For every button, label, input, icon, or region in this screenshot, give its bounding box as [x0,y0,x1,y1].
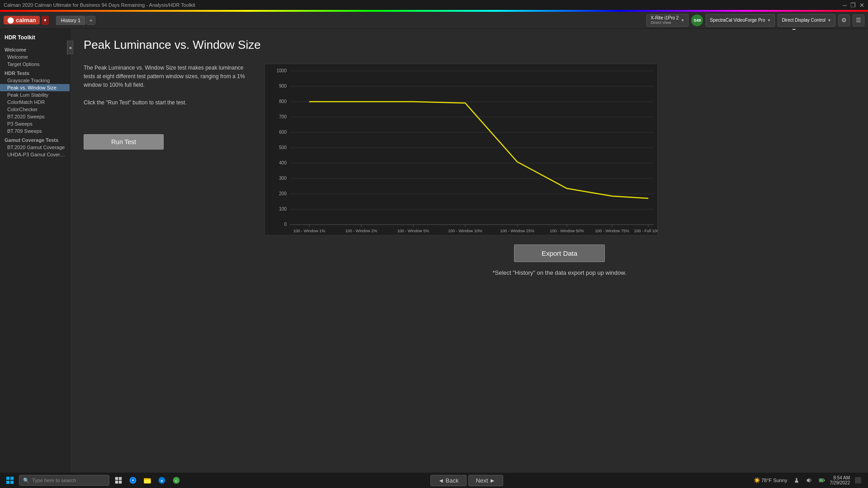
device1-button[interactable]: X-Rite i1Pro 2 Direct View ▼ [646,14,689,27]
sidebar-toggle[interactable]: ◄ [67,41,73,54]
edge-button[interactable]: e [156,475,167,486]
sidebar-item-uhda-p3-gamut[interactable]: UHDA-P3 Gamut Coverage [0,151,70,158]
svg-text:200: 200 [279,191,287,196]
svg-text:100 - Window 25%: 100 - Window 25% [500,229,534,233]
svg-text:700: 700 [279,114,287,119]
svg-text:500: 500 [279,145,287,150]
cortana-button[interactable] [127,475,138,486]
weather-widget[interactable]: ☀️ 78°F Sunny [752,475,789,486]
sidebar-item-bt709-sweeps[interactable]: BT.709 Sweeps [0,127,70,135]
svg-text:0: 0 [284,222,287,227]
svg-text:100 - Full  100%: 100 - Full 100% [634,229,658,233]
device1-sub: Direct View [651,20,679,25]
app5-button[interactable]: C [171,475,182,486]
history-tab[interactable]: History 1 [56,16,85,25]
current-reading-label: Current Reading: [730,29,799,30]
file-explorer-icon [143,476,151,484]
back-button[interactable]: ◄ Back [430,475,466,486]
sidebar-item-target-options[interactable]: Target Options [0,61,70,68]
task-view-icon [115,477,122,484]
export-data-button[interactable]: Export Data [514,244,605,262]
svg-rect-38 [6,477,9,480]
sidebar-item-colorchecker[interactable]: ColorChecker [0,106,70,113]
battery-icon[interactable] [816,475,827,486]
svg-point-58 [796,478,797,480]
sidebar-section-gamut: Gamut Coverage Tests [0,135,70,144]
svg-rect-45 [119,481,122,483]
taskbar-left: 🔍 Type here to search [5,475,182,486]
chart-grid: 1000 900 800 700 600 [277,68,654,227]
time-area[interactable]: 8:54 AM 7/29/2022 [830,475,850,485]
sidebar-item-peak-lum-stability[interactable]: Peak Lum Stability [0,91,70,99]
calman-logo[interactable]: ⬤ calman [4,16,40,24]
volume-icon[interactable] [804,475,815,486]
svg-rect-44 [115,481,118,483]
app5-icon: C [172,476,180,484]
close-button[interactable]: ✕ [859,2,864,9]
sidebar-item-peak-vs-window[interactable]: Peak vs. Window Size [0,84,70,91]
task-view-button[interactable] [113,475,124,486]
device1-dropdown-icon: ▼ [680,18,684,23]
svg-text:1000: 1000 [277,68,287,73]
cortana-icon [129,476,137,484]
windows-start-button[interactable] [5,475,15,486]
chart-x-labels: 100 - Window 1% 100 - Window 2% 100 - Wi… [293,229,658,233]
device2-button[interactable]: SpectraCal VideoForge Pro ▼ [706,14,775,27]
svg-text:400: 400 [279,160,287,165]
restore-button[interactable]: ❐ [850,2,856,9]
svg-rect-61 [819,479,823,481]
sidebar-item-bt2020-sweeps[interactable]: BT.2020 Sweeps [0,113,70,120]
file-explorer-button[interactable] [142,475,153,486]
device2-dropdown-icon: ▼ [767,18,771,23]
svg-rect-50 [144,480,151,483]
device3-button[interactable]: Direct Display Control ▼ [778,14,835,27]
sidebar-item-welcome[interactable]: Welcome [0,53,70,61]
system-tray: ☀️ 78°F Sunny [752,475,827,486]
svg-rect-57 [796,479,797,481]
date-display: 7/29/2022 [830,480,850,485]
taskbar: 🔍 Type here to search [0,473,868,488]
add-tab-button[interactable]: + [86,16,95,25]
svg-rect-62 [824,479,825,481]
svg-text:100 - Window 50%: 100 - Window 50% [550,229,584,233]
s49-badge: S49 [691,14,703,26]
network-icon[interactable] [791,475,802,486]
sidebar-item-grayscale-tracking[interactable]: Grayscale Tracking [0,77,70,84]
history-tab-label: History 1 [61,18,80,23]
export-note: *Select "History" on the data export pop… [264,269,854,276]
weather-text: 78°F Sunny [761,478,788,483]
svg-rect-39 [10,477,14,480]
settings-button[interactable]: ⚙ [838,14,850,26]
svg-rect-51 [144,479,147,480]
search-icon: 🔍 [23,478,29,483]
back-next-area: ◄ Back Next ► [430,475,503,486]
device3-name: Direct Display Control [782,18,826,23]
svg-rect-56 [795,481,798,483]
search-bar[interactable]: 🔍 Type here to search [19,475,109,486]
extra-button[interactable]: ☰ [853,14,864,26]
run-test-button[interactable]: Run Test [84,134,164,150]
device2-name: SpectraCal VideoForge Pro [710,18,765,23]
sidebar-section-hdr-tests: HDR Tests [0,68,70,77]
header: ⬤ calman ▼ History 1 + X-Rite i1Pro 2 Di… [0,12,868,29]
weather-icon: ☀️ [754,477,760,483]
minimize-button[interactable]: ─ [843,2,847,9]
notifications-button[interactable] [853,475,863,486]
sidebar-item-colormatch-hdr[interactable]: ColorMatch HDR [0,99,70,106]
svg-rect-43 [119,477,122,480]
sidebar-item-p3-sweeps[interactable]: P3 Sweeps [0,120,70,127]
logo-dropdown-button[interactable]: ▼ [42,16,49,25]
edge-icon: e [158,476,166,484]
left-panel: The Peak Luminance vs. Window Size test … [84,64,255,276]
sidebar-item-bt2020-gamut[interactable]: BT.2020 Gamut Coverage [0,144,70,151]
title-bar-text: Calman 2020 Calman Ultimate for Business… [4,2,195,8]
next-button[interactable]: Next ► [468,475,503,486]
svg-rect-41 [10,481,14,484]
current-reading: Current Reading: 165.52 cd/m² [730,29,854,30]
svg-point-48 [132,479,134,482]
content-body: The Peak Luminance vs. Window Size test … [84,64,854,276]
svg-rect-42 [115,477,118,480]
main-layout: ◄ HDR Toolkit Welcome Welcome Target Opt… [0,29,868,473]
svg-text:e: e [160,479,163,483]
header-right: X-Rite i1Pro 2 Direct View ▼ S49 Spectra… [646,14,864,27]
